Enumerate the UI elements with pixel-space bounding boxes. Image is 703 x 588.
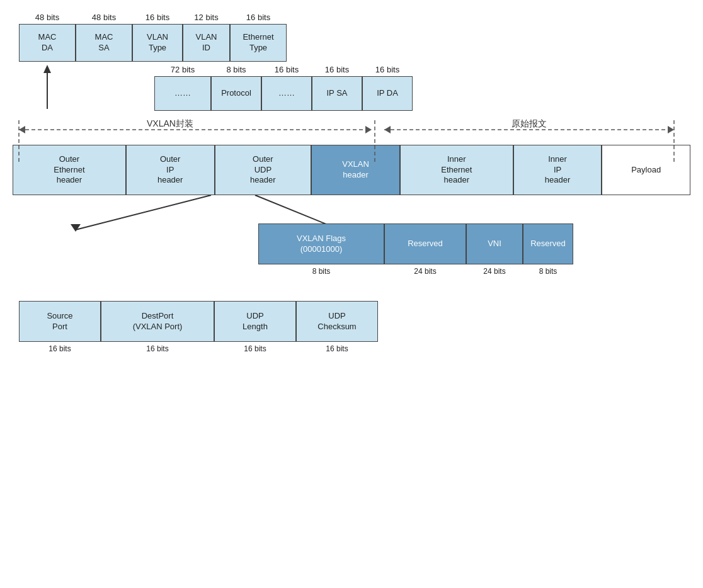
field-outer-eth-header: OuterEthernetheader: [13, 145, 126, 195]
field-outer-ip-header: OuterIPheader: [126, 145, 215, 195]
field-vxlan-flags: VXLAN Flags(00001000): [258, 223, 384, 264]
row5-fields: SourcePort DestPort(VXLAN Port) UDPLengt…: [19, 301, 690, 342]
field-inner-eth-header: InnerEthernetheader: [400, 145, 513, 195]
row4-bit-3: 8 bits: [523, 267, 573, 276]
field-udp-checksum: UDPChecksum: [296, 301, 378, 342]
svg-marker-7: [668, 126, 674, 133]
field-ethernet-type: EthernetType: [230, 24, 287, 62]
field-vlan-id: VLANID: [183, 24, 230, 62]
arrow-svg-1: [13, 62, 680, 112]
row4-fields: VXLAN Flags(00001000) Reserved VNI Reser…: [258, 223, 690, 264]
field-vlan-type: VLANType: [132, 24, 183, 62]
field-payload: Payload: [602, 145, 690, 195]
svg-marker-4: [365, 126, 372, 133]
row3-fields: OuterEthernetheader OuterIPheader OuterU…: [13, 145, 690, 195]
vxlan-encap-label: VXLAN封装: [147, 118, 193, 128]
row1-bit-3: 12 bits: [183, 13, 230, 22]
row5-bit-2: 16 bits: [214, 344, 296, 353]
field-source-port: SourcePort: [19, 301, 101, 342]
field-vxlan-header: VXLANheader: [311, 145, 400, 195]
bracket-svg: VXLAN封装 原始报文: [13, 117, 680, 142]
row1-bit-1: 48 bits: [76, 13, 132, 22]
row1-fields: MACDA MACSA VLANType VLANID EthernetType: [19, 24, 690, 62]
svg-marker-3: [19, 126, 25, 133]
row1-bit-0: 48 bits: [19, 13, 76, 22]
field-udp-length: UDPLength: [214, 301, 296, 342]
field-reserved1: Reserved: [384, 223, 466, 264]
field-mac-da: MACDA: [19, 24, 76, 62]
field-dest-port: DestPort(VXLAN Port): [101, 301, 214, 342]
svg-line-13: [76, 195, 211, 230]
row5-bit-3: 16 bits: [296, 344, 378, 353]
svg-marker-6: [384, 126, 391, 133]
field-vni: VNI: [466, 223, 523, 264]
original-frame-label: 原始报文: [512, 118, 547, 128]
field-outer-udp-header: OuterUDPheader: [215, 145, 312, 195]
row1-bit-4: 16 bits: [230, 13, 287, 22]
arrow-svg-3: [13, 276, 680, 295]
row5-bit-0: 16 bits: [19, 344, 101, 353]
field-mac-sa: MACSA: [76, 24, 132, 62]
row5-bit-1: 16 bits: [101, 344, 214, 353]
row4-bit-0: 8 bits: [258, 267, 384, 276]
svg-marker-14: [71, 224, 81, 232]
row1-bit-2: 16 bits: [132, 13, 183, 22]
row4-bit-2: 24 bits: [466, 267, 523, 276]
row4-bit-1: 24 bits: [384, 267, 466, 276]
vxlan-diagram: 48 bits 48 bits 16 bits 12 bits 16 bits …: [13, 13, 690, 353]
field-reserved2: Reserved: [523, 223, 573, 264]
field-inner-ip-header: InnerIPheader: [513, 145, 602, 195]
svg-marker-1: [43, 65, 51, 73]
